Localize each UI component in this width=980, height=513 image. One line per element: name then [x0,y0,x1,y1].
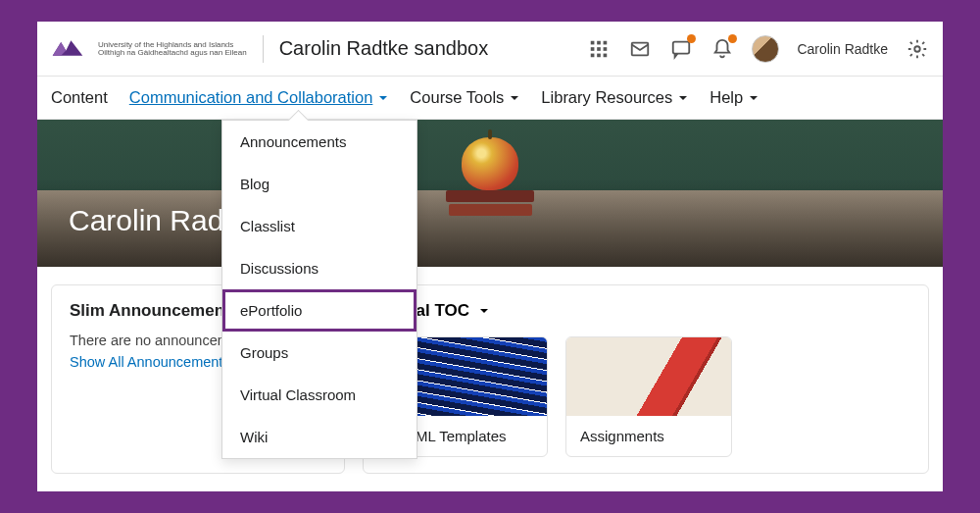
svg-rect-8 [604,53,608,57]
dropdown-classlist[interactable]: Classlist [222,205,416,247]
toc-card-assignments[interactable]: Assignments [565,336,732,457]
dropdown-groups[interactable]: Groups [222,332,416,374]
svg-rect-0 [591,40,595,44]
header-divider [263,35,264,63]
avatar[interactable] [752,35,779,63]
banner-apple-graphic [462,137,518,190]
institution-logo[interactable] [51,35,82,63]
nav-label: Library Resources [541,88,672,107]
nav-label: Content [51,88,108,107]
dropdown-blog[interactable]: Blog [222,163,416,205]
dropdown-wiki[interactable]: Wiki [222,416,416,458]
notification-dot-icon [728,34,737,43]
svg-rect-1 [598,40,602,44]
header-left: University of the Highlands and Islands … [51,35,488,63]
app-switcher-icon[interactable] [587,37,611,61]
chevron-down-icon [378,93,388,103]
bell-icon[interactable] [710,37,734,61]
banner-books-graphic [446,190,534,218]
toc-cards: HTML Templates Assignments [381,336,910,457]
notification-dot-icon [687,34,696,43]
card-label: Assignments [566,416,731,456]
chat-icon[interactable] [669,37,693,61]
dropdown-discussions[interactable]: Discussions [222,247,416,289]
top-header: University of the Highlands and Islands … [37,22,943,77]
svg-rect-2 [604,40,608,44]
communication-dropdown: Announcements Blog Classlist Discussions… [221,120,417,459]
card-thumbnail [566,337,731,416]
visual-toc-widget: Visual TOC HTML Templates Assignments [363,284,929,474]
username[interactable]: Carolin Radtke [797,41,888,57]
chevron-down-icon [479,306,489,316]
nav-label: Communication and Collaboration [129,88,373,107]
mail-icon[interactable] [628,37,652,61]
nav-content[interactable]: Content [51,88,108,107]
course-banner: Carolin Radtke sandbox [37,120,943,267]
svg-rect-7 [598,53,602,57]
course-title[interactable]: Carolin Radtke sandbox [279,37,488,60]
nav-label: Help [710,88,743,107]
dropdown-eportfolio[interactable]: ePortfolio [222,289,416,332]
chevron-down-icon [510,93,519,103]
course-navbar: Content Communication and Collaboration … [37,77,943,120]
svg-rect-4 [598,47,602,51]
dropdown-virtual-classroom[interactable]: Virtual Classroom [222,374,416,416]
svg-rect-3 [591,47,595,51]
nav-course-tools[interactable]: Course Tools [410,88,519,107]
chevron-down-icon [678,93,688,103]
nav-library-resources[interactable]: Library Resources [541,88,688,107]
nav-label: Course Tools [410,88,504,107]
institution-name: University of the Highlands and Islands … [98,41,247,57]
app-window: University of the Highlands and Islands … [37,22,943,491]
svg-rect-10 [673,41,690,53]
dropdown-announcements[interactable]: Announcements [222,121,416,163]
nav-communication-collaboration[interactable]: Communication and Collaboration [129,88,389,107]
svg-point-11 [914,46,920,52]
chevron-down-icon [749,93,759,103]
gear-icon[interactable] [906,37,929,61]
visual-toc-header[interactable]: Visual TOC [381,301,910,321]
header-right: Carolin Radtke [587,35,929,63]
svg-rect-6 [591,53,595,57]
svg-rect-5 [604,47,608,51]
content-area: Slim Announcements There are no announce… [37,267,943,491]
nav-help[interactable]: Help [710,88,759,107]
